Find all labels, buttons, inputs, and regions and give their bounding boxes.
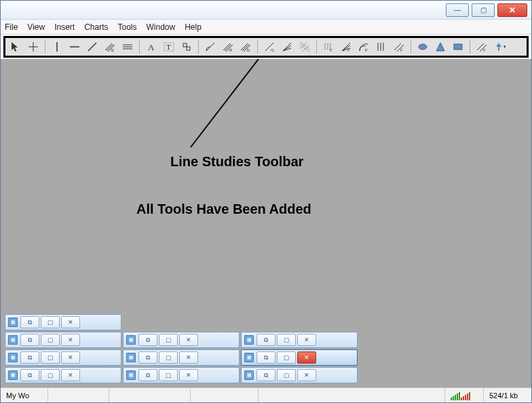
- chart-icon: ▦: [126, 335, 136, 345]
- regression-tool[interactable]: R: [221, 39, 235, 54]
- crosshair-tool[interactable]: [26, 39, 41, 54]
- status-cell-2: [109, 388, 191, 402]
- equidistant-channel-tool[interactable]: E: [102, 39, 117, 54]
- maximize-button[interactable]: ▢: [41, 334, 60, 346]
- gann-line-tool[interactable]: G: [262, 39, 277, 54]
- trendline-tool[interactable]: [85, 39, 100, 54]
- restore-button[interactable]: ⧉: [138, 351, 157, 364]
- maximize-button[interactable]: ▢: [277, 369, 296, 381]
- separator: [45, 40, 45, 54]
- maximize-button[interactable]: ▢: [41, 351, 60, 364]
- angle-trend-tool[interactable]: [203, 39, 218, 54]
- svg-text:A: A: [148, 42, 155, 52]
- vertical-line-tool[interactable]: [50, 39, 64, 54]
- chart-icon: ▦: [8, 353, 18, 362]
- svg-text:F: F: [483, 48, 486, 52]
- fibo-retracement-tool[interactable]: F: [321, 39, 336, 54]
- minimized-chart-window[interactable]: ▦⧉▢✕: [5, 332, 121, 348]
- fibo-fan-tool[interactable]: F: [339, 39, 354, 54]
- restore-button[interactable]: ⧉: [256, 369, 276, 381]
- maximize-button[interactable]: ▢: [277, 334, 296, 346]
- maximize-button[interactable]: ▢: [277, 351, 296, 364]
- maximize-button[interactable]: ▢: [41, 369, 60, 381]
- minimized-chart-window[interactable]: ▦⧉▢✕: [5, 349, 121, 366]
- minimized-chart-window[interactable]: ▦⧉▢✕: [241, 349, 358, 366]
- gann-grid-tool[interactable]: [297, 39, 312, 54]
- menu-file[interactable]: File: [5, 22, 18, 32]
- gann-fan-tool[interactable]: [280, 39, 294, 54]
- connection-bars-icon: [451, 391, 478, 400]
- close-button[interactable]: ✕: [179, 351, 198, 364]
- minimized-chart-window[interactable]: ▦⧉▢✕: [5, 314, 121, 330]
- fibo-channel-tool[interactable]: [374, 39, 389, 54]
- chart-icon: ▦: [8, 335, 18, 345]
- maximize-icon: ▢: [480, 6, 487, 14]
- fibo-extension-tool[interactable]: F: [392, 39, 406, 54]
- svg-marker-56: [496, 43, 501, 51]
- svg-line-17: [206, 43, 214, 51]
- maximize-button[interactable]: ▢: [159, 351, 178, 364]
- close-button[interactable]: ✕: [61, 334, 80, 346]
- text-label-tool[interactable]: A: [144, 39, 159, 54]
- menu-charts[interactable]: Charts: [84, 22, 108, 32]
- close-button[interactable]: ✕: [61, 351, 80, 364]
- rectangle-tool[interactable]: [451, 39, 466, 54]
- chart-icon: ▦: [244, 370, 254, 380]
- triangle-tool[interactable]: [433, 39, 448, 54]
- restore-button[interactable]: ⧉: [20, 334, 39, 346]
- ellipse-tool[interactable]: [415, 39, 430, 54]
- cursor-tool[interactable]: [8, 39, 23, 54]
- minimized-chart-window[interactable]: ▦⧉▢✕: [241, 367, 358, 383]
- restore-button[interactable]: ⧉: [256, 334, 276, 346]
- close-button[interactable]: ✕: [497, 3, 527, 17]
- close-button[interactable]: ✕: [179, 369, 198, 381]
- maximize-button[interactable]: ▢: [472, 3, 495, 17]
- status-spacer: [259, 388, 445, 402]
- fibo-arcs-tool[interactable]: F: [356, 39, 371, 54]
- restore-button[interactable]: ⧉: [138, 334, 157, 346]
- minimized-chart-window[interactable]: ▦⧉▢✕: [123, 332, 240, 348]
- restore-button[interactable]: ⧉: [20, 316, 39, 328]
- close-button[interactable]: ✕: [297, 351, 316, 364]
- channel-tool[interactable]: [120, 39, 135, 54]
- mini-row: ▦⧉▢✕▦⧉▢✕▦⧉▢✕: [5, 367, 358, 383]
- maximize-button[interactable]: ▢: [159, 334, 178, 346]
- close-button[interactable]: ✕: [61, 316, 80, 328]
- svg-text:R: R: [229, 48, 233, 52]
- svg-line-57: [191, 59, 259, 147]
- svg-rect-52: [454, 44, 462, 50]
- restore-button[interactable]: ⧉: [256, 351, 276, 364]
- shapes-tool[interactable]: [179, 39, 194, 54]
- separator: [470, 40, 470, 54]
- text-tool[interactable]: T: [162, 39, 176, 54]
- restore-button[interactable]: ⧉: [20, 351, 39, 364]
- close-button[interactable]: ✕: [61, 369, 80, 381]
- stddev-channel-tool[interactable]: D: [238, 39, 253, 54]
- horizontal-line-tool[interactable]: [67, 39, 82, 54]
- svg-line-4: [88, 43, 96, 51]
- close-button[interactable]: ✕: [297, 334, 316, 346]
- minimize-icon: —: [454, 6, 461, 14]
- menu-window[interactable]: Window: [147, 22, 176, 32]
- restore-button[interactable]: ⧉: [20, 369, 39, 381]
- separator: [316, 40, 317, 54]
- minimized-chart-window[interactable]: ▦⧉▢✕: [123, 349, 240, 366]
- status-profile[interactable]: My Wo: [1, 388, 48, 402]
- menu-view[interactable]: View: [27, 22, 45, 32]
- chart-icon: ▦: [126, 370, 136, 380]
- minimized-chart-window[interactable]: ▦⧉▢✕: [123, 367, 240, 383]
- maximize-button[interactable]: ▢: [41, 316, 60, 328]
- connection-indicator[interactable]: [445, 388, 484, 402]
- close-button[interactable]: ✕: [297, 369, 316, 381]
- maximize-button[interactable]: ▢: [159, 369, 178, 381]
- restore-button[interactable]: ⧉: [138, 369, 157, 381]
- menu-insert[interactable]: Insert: [54, 22, 75, 32]
- minimized-chart-window[interactable]: ▦⧉▢✕: [5, 367, 121, 383]
- close-button[interactable]: ✕: [179, 334, 198, 346]
- fibo-expansion-tool[interactable]: F: [474, 39, 489, 54]
- menu-tools[interactable]: Tools: [118, 22, 137, 32]
- arrows-tool[interactable]: ▾: [492, 39, 507, 54]
- minimize-button[interactable]: —: [446, 3, 469, 17]
- menu-help[interactable]: Help: [185, 22, 202, 32]
- minimized-chart-window[interactable]: ▦⧉▢✕: [241, 332, 358, 348]
